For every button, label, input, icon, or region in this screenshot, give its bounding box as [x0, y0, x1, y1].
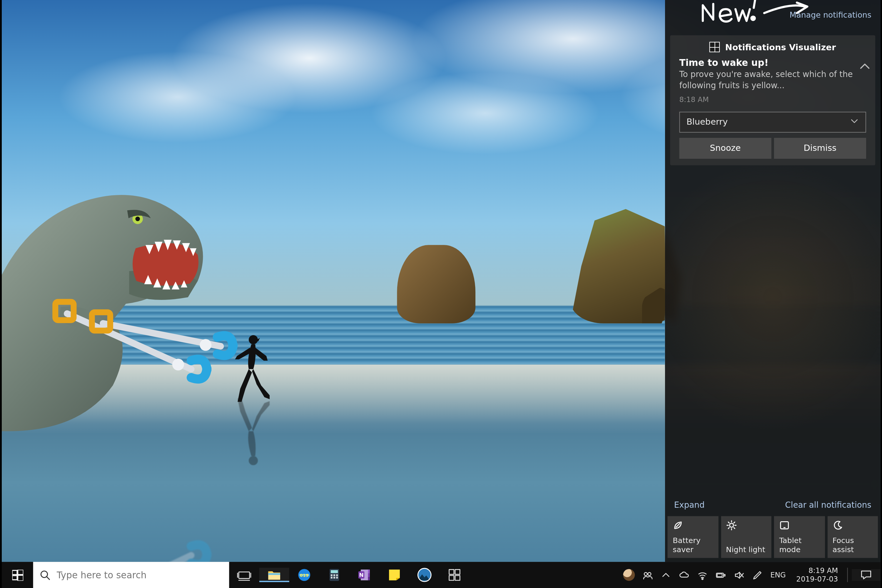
notification-text: To prove you're awake, select which of t…	[679, 69, 866, 92]
wifi-icon[interactable]	[694, 570, 710, 580]
tray-clock[interactable]: 8:19 AM 2019-07-03	[791, 566, 843, 584]
svg-rect-28	[12, 575, 17, 579]
notification-app-name: Notifications Visualizer	[725, 42, 836, 52]
notification-body[interactable]: Time to wake up! To prove you're awake, …	[670, 58, 875, 104]
app-onenote[interactable]: N	[349, 568, 379, 582]
tray-divider	[847, 568, 848, 582]
manage-notifications-link[interactable]: Manage notifications	[789, 10, 871, 20]
action-center-spacer	[665, 165, 880, 494]
app-dev[interactable]: 019	[289, 568, 319, 582]
search-box[interactable]	[33, 562, 229, 588]
svg-line-22	[728, 527, 729, 528]
chevron-up-icon[interactable]	[658, 570, 673, 580]
svg-rect-45	[330, 577, 332, 579]
dismiss-button[interactable]: Dismiss	[774, 138, 866, 159]
svg-rect-26	[12, 570, 17, 574]
tray-date: 2019-07-03	[796, 575, 838, 584]
people-icon[interactable]	[639, 570, 655, 580]
app-file-explorer[interactable]	[259, 568, 289, 582]
desktop: Manage notifications Notifications Visua…	[2, 0, 880, 588]
action-center-links: Expand Clear all notifications	[665, 494, 880, 516]
svg-point-62	[702, 578, 703, 579]
svg-rect-51	[368, 577, 369, 580]
tray-avatar[interactable]	[621, 569, 637, 581]
pen-icon[interactable]	[749, 570, 765, 580]
app-task-view[interactable]	[229, 568, 259, 582]
svg-rect-58	[449, 576, 454, 580]
svg-rect-50	[368, 573, 369, 576]
svg-rect-43	[333, 574, 335, 576]
svg-rect-32	[239, 572, 250, 578]
qa-night-light[interactable]: Night light	[721, 516, 771, 558]
chevron-up-icon[interactable]	[858, 60, 871, 73]
svg-line-20	[728, 522, 729, 523]
app-calculator[interactable]	[319, 568, 349, 582]
svg-rect-46	[333, 577, 335, 579]
qa-label: Battery saver	[673, 536, 713, 554]
snooze-button[interactable]: Snooze	[679, 138, 771, 159]
svg-point-15	[729, 524, 733, 527]
svg-rect-41	[330, 570, 338, 573]
tablet-icon	[779, 520, 790, 531]
action-center: Manage notifications Notifications Visua…	[665, 0, 880, 562]
qa-label: Tablet mode	[779, 536, 819, 554]
svg-rect-44	[336, 574, 338, 576]
notification-app-header[interactable]: Notifications Visualizer	[670, 35, 875, 58]
moon-icon	[832, 520, 843, 531]
volume-mute-icon[interactable]	[731, 570, 747, 580]
svg-rect-27	[17, 570, 23, 574]
expand-link[interactable]: Expand	[674, 500, 704, 510]
wallpaper-rock	[397, 245, 476, 323]
qa-battery-saver[interactable]: Battery saver	[668, 516, 718, 558]
svg-point-1	[249, 456, 258, 465]
tray-time: 8:19 AM	[796, 566, 838, 575]
tray-language[interactable]: ENG	[768, 571, 788, 579]
windows-tiles-icon	[710, 42, 720, 52]
svg-rect-42	[330, 574, 332, 576]
svg-rect-57	[455, 570, 460, 574]
taskbar: 019	[2, 562, 880, 588]
svg-line-21	[733, 527, 734, 528]
svg-line-31	[47, 577, 50, 579]
sun-icon	[726, 520, 736, 531]
leaf-icon	[673, 520, 683, 531]
svg-point-14	[751, 16, 755, 20]
notification-time: 8:18 AM	[679, 95, 866, 104]
notification-title: Time to wake up!	[679, 58, 866, 68]
svg-rect-47	[336, 577, 338, 579]
svg-line-23	[733, 522, 734, 523]
search-input[interactable]	[57, 570, 222, 580]
search-icon	[39, 570, 50, 580]
svg-point-61	[648, 572, 651, 575]
svg-rect-56	[449, 570, 454, 574]
battery-icon[interactable]	[712, 570, 728, 580]
svg-line-13	[753, 0, 755, 8]
notification-actions: Snooze Dismiss	[670, 133, 875, 159]
start-button[interactable]	[2, 562, 33, 588]
quick-actions: Battery saver Night light Tablet mo	[665, 516, 880, 562]
svg-point-30	[41, 571, 47, 578]
svg-rect-49	[368, 570, 369, 573]
svg-rect-59	[455, 576, 460, 580]
onedrive-icon[interactable]	[676, 570, 692, 580]
svg-rect-29	[17, 575, 23, 580]
app-news[interactable]	[439, 568, 469, 582]
wallpaper-dinosaur	[2, 150, 243, 451]
app-photos[interactable]	[409, 568, 439, 582]
taskbar-spacer	[470, 562, 621, 588]
action-center-header: Manage notifications	[665, 0, 880, 26]
svg-point-60	[644, 572, 647, 575]
select-value: Blueberry	[686, 117, 728, 127]
svg-rect-65	[717, 574, 722, 576]
fruit-select[interactable]: Blueberry	[679, 111, 866, 132]
svg-rect-64	[724, 574, 725, 576]
svg-text:N: N	[359, 572, 363, 578]
svg-text:019: 019	[300, 573, 309, 578]
app-sticky-notes[interactable]	[379, 568, 409, 582]
qa-focus-assist[interactable]: Focus assist	[827, 516, 878, 558]
qa-label: Night light	[726, 545, 766, 554]
action-center-button[interactable]	[852, 569, 880, 581]
qa-label: Focus assist	[832, 536, 873, 554]
qa-tablet-mode[interactable]: Tablet mode	[774, 516, 824, 558]
clear-all-link[interactable]: Clear all notifications	[785, 500, 871, 510]
